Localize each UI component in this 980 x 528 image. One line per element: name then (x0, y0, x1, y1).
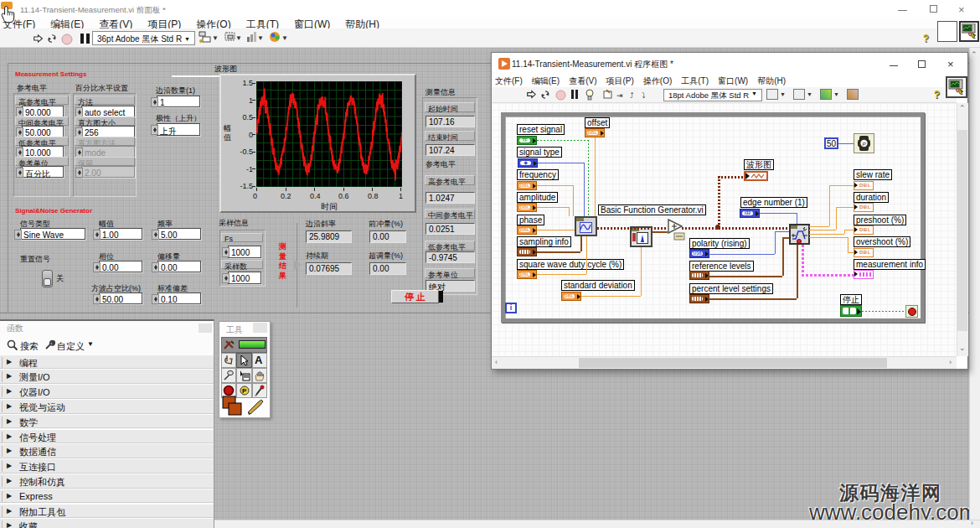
svg-text:P: P (863, 142, 866, 147)
svg-text:▼: ▼ (235, 34, 242, 42)
svg-text:▼: ▼ (257, 34, 264, 42)
svg-text:▼: ▼ (281, 34, 288, 42)
svg-text:⤵: ⤵ (642, 91, 646, 100)
svg-text:⇥: ⇥ (616, 91, 623, 100)
svg-text:⤴: ⤴ (630, 91, 634, 100)
svg-text:P: P (242, 387, 247, 395)
svg-text:1: 1 (972, 34, 976, 39)
svg-text:▼: ▼ (212, 34, 219, 42)
svg-text:1: 1 (960, 90, 963, 96)
